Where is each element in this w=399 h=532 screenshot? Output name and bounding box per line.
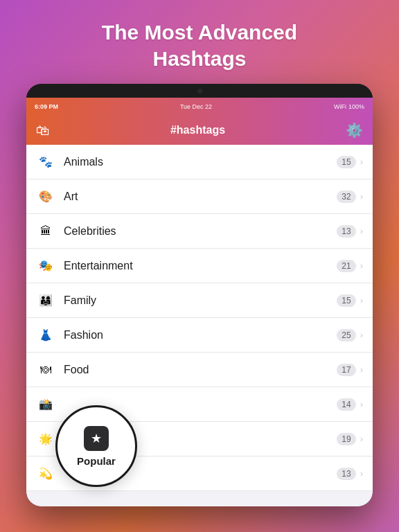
- chevron-icon: ›: [360, 364, 363, 375]
- status-right: WiFi 100%: [334, 103, 364, 110]
- item-badge: 32: [337, 190, 355, 203]
- item-badge: 14: [337, 398, 355, 411]
- item-label: Entertainment: [64, 260, 337, 272]
- nav-title: #hashtags: [170, 124, 225, 136]
- item-badge: 19: [337, 433, 355, 445]
- item-badge: 17: [337, 364, 355, 376]
- page-header: The Most Advanced Hashtags: [0, 0, 399, 84]
- battery-icon: 100%: [348, 103, 364, 110]
- page-title: The Most Advanced Hashtags: [28, 19, 371, 71]
- chevron-icon: ›: [360, 434, 363, 444]
- item-badge: 25: [337, 329, 355, 342]
- celebrities-icon: 🏛: [36, 225, 55, 238]
- app-navbar: 🛍 #hashtags ⚙️: [26, 116, 373, 145]
- item-label: Animals: [64, 156, 337, 168]
- chevron-icon: ›: [360, 330, 363, 340]
- item-label: Family: [64, 294, 337, 307]
- chevron-icon: ›: [360, 191, 363, 202]
- list-item[interactable]: 👗 Fashion 25 ›: [26, 318, 373, 353]
- chevron-icon: ›: [360, 295, 363, 305]
- animals-icon: 🐾: [36, 155, 55, 168]
- chevron-icon: ›: [360, 157, 363, 167]
- item-badge: 13: [337, 225, 355, 238]
- item-badge: 21: [337, 260, 355, 272]
- device-frame: 6:09 PM Tue Dec 22 WiFi 100% 🛍 #hashtags…: [26, 84, 373, 506]
- status-date: Tue Dec 22: [180, 103, 212, 110]
- item-label: Art: [64, 190, 337, 203]
- list-item[interactable]: 🏛 Celebrities 13 ›: [26, 214, 373, 249]
- item10-icon: 💫: [36, 467, 55, 480]
- art-icon: 🎨: [36, 190, 55, 203]
- family-icon: 👨‍👩‍👧: [36, 294, 55, 307]
- list-item[interactable]: 🎭 Entertainment 21 ›: [26, 249, 373, 283]
- entertainment-icon: 🎭: [36, 259, 55, 272]
- item-badge: 15: [337, 156, 355, 168]
- fashion-icon: 👗: [36, 328, 55, 342]
- chevron-icon: ›: [360, 468, 363, 479]
- popular-label: Popular: [77, 455, 116, 467]
- list-item[interactable]: 🎨 Art 32 ›: [26, 179, 373, 214]
- chevron-icon: ›: [360, 226, 363, 236]
- status-time: 6:09 PM: [35, 103, 58, 110]
- popular-overlay[interactable]: ★ Popular: [55, 405, 137, 487]
- chevron-icon: ›: [360, 399, 363, 409]
- list-item[interactable]: 🐾 Animals 15 ›: [26, 145, 373, 179]
- nav-left-icon[interactable]: 🛍: [36, 123, 50, 139]
- nav-right-icon[interactable]: ⚙️: [346, 122, 363, 139]
- item-label: Fashion: [64, 329, 337, 342]
- item-badge: 13: [337, 468, 355, 480]
- list-item[interactable]: 👨‍👩‍👧 Family 15 ›: [26, 283, 373, 318]
- popular-icon-box: ★: [84, 426, 109, 451]
- item8-icon: 📸: [36, 398, 55, 411]
- chevron-icon: ›: [360, 260, 363, 271]
- page-background: The Most Advanced Hashtags 6:09 PM Tue D…: [0, 0, 399, 532]
- wifi-icon: WiFi: [334, 103, 346, 110]
- status-bar: 6:09 PM Tue Dec 22 WiFi 100%: [26, 98, 373, 116]
- list-item[interactable]: 🍽 Food 17 ›: [26, 353, 373, 387]
- item9-icon: 🌟: [36, 432, 55, 445]
- item-label: Food: [64, 364, 337, 376]
- device-top-bar: [26, 84, 373, 98]
- item-label: Celebrities: [64, 225, 337, 238]
- device-camera: [197, 89, 202, 94]
- food-icon: 🍽: [36, 364, 55, 376]
- item-badge: 15: [337, 294, 355, 307]
